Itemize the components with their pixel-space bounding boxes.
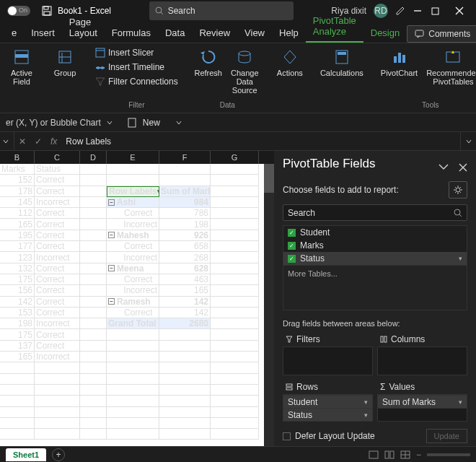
cell[interactable]: 112 xyxy=(0,208,35,219)
cell[interactable]: Correct xyxy=(35,241,80,252)
cell[interactable] xyxy=(159,175,211,186)
cell[interactable] xyxy=(80,274,107,285)
field-search-input[interactable]: Search xyxy=(283,204,467,221)
cell[interactable] xyxy=(80,241,107,252)
cell[interactable]: 463 xyxy=(159,274,211,285)
cell[interactable] xyxy=(35,374,80,385)
cell[interactable] xyxy=(80,297,107,308)
cell[interactable] xyxy=(211,362,259,373)
cell[interactable] xyxy=(211,341,259,352)
tab-insert[interactable]: Insert xyxy=(24,23,62,43)
vertical-scrollbar[interactable] xyxy=(264,164,274,449)
cell[interactable] xyxy=(211,252,259,263)
name-box[interactable] xyxy=(0,132,14,150)
cell[interactable]: Incorrect xyxy=(35,318,80,329)
cell[interactable]: 628 xyxy=(159,263,211,274)
cell[interactable]: 165 xyxy=(159,285,211,296)
tab-help[interactable]: Help xyxy=(272,23,306,43)
cell[interactable] xyxy=(211,274,259,285)
cell[interactable]: Marks xyxy=(0,164,35,175)
cell[interactable] xyxy=(107,341,159,352)
cell[interactable] xyxy=(211,230,259,241)
values-area[interactable]: Sum of Marks▾ xyxy=(377,394,467,422)
cell[interactable]: 2680 xyxy=(159,318,211,329)
cell[interactable] xyxy=(80,352,107,362)
cell[interactable] xyxy=(107,418,159,429)
cell[interactable]: 132 xyxy=(0,263,35,274)
cell[interactable] xyxy=(211,318,259,329)
cell[interactable]: 152 xyxy=(0,175,35,186)
add-sheet-button[interactable]: + xyxy=(52,448,65,461)
cell[interactable]: 178 xyxy=(0,186,35,197)
chevron-down-icon[interactable]: ▾ xyxy=(459,255,462,262)
cell[interactable]: Correct xyxy=(35,308,80,318)
cell[interactable] xyxy=(80,341,107,352)
change-data-source-button[interactable]: Change Data Source xyxy=(227,46,263,101)
cell[interactable] xyxy=(80,175,107,186)
column-header[interactable]: D xyxy=(80,151,107,164)
cell[interactable] xyxy=(107,352,159,362)
cell[interactable] xyxy=(211,219,259,230)
cell[interactable] xyxy=(80,308,107,318)
cell[interactable] xyxy=(80,362,107,373)
minimize-button[interactable] xyxy=(413,6,423,16)
cell[interactable]: Incorrect xyxy=(107,285,159,296)
cell[interactable]: 658 xyxy=(159,241,211,252)
checkbox-icon[interactable]: ✓ xyxy=(288,255,296,263)
cell[interactable]: 175 xyxy=(0,329,35,340)
chevron-down-icon[interactable] xyxy=(176,120,182,126)
cell[interactable] xyxy=(80,219,107,230)
cell[interactable] xyxy=(107,374,159,385)
cell[interactable]: Correct xyxy=(35,208,80,219)
cell[interactable] xyxy=(211,385,259,396)
normal-view-icon[interactable] xyxy=(369,450,379,459)
cell[interactable] xyxy=(35,407,80,418)
cell[interactable]: 156 xyxy=(0,285,35,296)
cell[interactable]: Row Labels▾ xyxy=(107,186,159,197)
cell[interactable]: Correct xyxy=(107,308,159,318)
cell[interactable] xyxy=(159,396,211,406)
cell[interactable] xyxy=(0,385,35,396)
cell[interactable]: Correct xyxy=(35,219,80,230)
fx-icon[interactable]: fx xyxy=(46,136,61,147)
cell[interactable]: 786 xyxy=(159,208,211,219)
gear-icon[interactable] xyxy=(449,181,467,199)
cell[interactable] xyxy=(80,285,107,296)
maximize-button[interactable] xyxy=(430,6,440,16)
cell[interactable] xyxy=(80,374,107,385)
cell[interactable]: Correct xyxy=(35,329,80,340)
cell[interactable]: 145 xyxy=(0,197,35,208)
cell[interactable]: Correct xyxy=(107,241,159,252)
cell[interactable] xyxy=(211,208,259,219)
tab-formulas[interactable]: Formulas xyxy=(105,23,158,43)
sheet-tab[interactable]: Sheet1 xyxy=(6,448,46,461)
cell[interactable]: 198 xyxy=(159,219,211,230)
cell[interactable]: −Ramesh xyxy=(107,297,159,308)
cell[interactable] xyxy=(80,208,107,219)
cell[interactable]: −Mahesh xyxy=(107,230,159,241)
cell[interactable] xyxy=(159,429,211,440)
checkbox-icon[interactable]: ✓ xyxy=(288,242,296,250)
tab-page-layout[interactable]: Page Layout xyxy=(62,12,105,43)
checkbox-icon[interactable]: ✓ xyxy=(288,229,296,237)
cell[interactable] xyxy=(35,396,80,406)
cell[interactable] xyxy=(0,362,35,373)
cell[interactable]: Correct xyxy=(35,263,80,274)
cell[interactable] xyxy=(211,308,259,318)
cell[interactable] xyxy=(159,374,211,385)
cell[interactable] xyxy=(159,407,211,418)
cell[interactable]: Incorrect xyxy=(35,252,80,263)
cell[interactable]: Correct xyxy=(35,175,80,186)
defer-checkbox[interactable] xyxy=(283,432,291,440)
cell[interactable]: Correct xyxy=(35,274,80,285)
confirm-formula-icon[interactable]: ✓ xyxy=(30,136,46,147)
tab-home[interactable]: e xyxy=(4,23,24,43)
cell[interactable]: 165 xyxy=(0,219,35,230)
cell[interactable]: Correct xyxy=(107,274,159,285)
cell[interactable] xyxy=(0,418,35,429)
cell[interactable] xyxy=(211,374,259,385)
rows-area[interactable]: Student▾Status▾ xyxy=(283,394,373,422)
worksheet[interactable]: BCDEFG MarksStatus152Correct178CorrectRo… xyxy=(0,151,274,449)
cell[interactable] xyxy=(80,418,107,429)
page-layout-icon[interactable] xyxy=(384,450,395,459)
